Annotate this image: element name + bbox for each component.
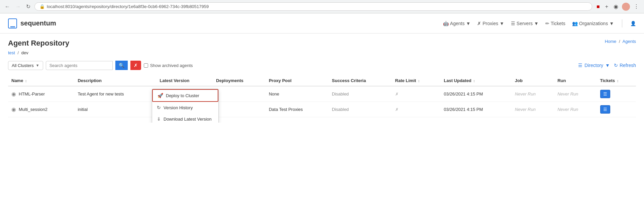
name-sort-icon[interactable]: ↕ — [25, 79, 27, 83]
col-proxy-pool: Proxy Pool — [265, 75, 329, 86]
ext-icon-3[interactable]: ◉ — [612, 3, 620, 10]
row2-run: Never Run — [554, 102, 597, 117]
breadcrumb-sep1: / — [619, 39, 620, 44]
col-name: Name ↕ — [8, 75, 74, 86]
refresh-button[interactable]: ↻ Refresh — [614, 63, 636, 68]
dropdown-deploy-item[interactable]: 🚀 Deploy to Cluster — [152, 89, 218, 102]
nav-agents[interactable]: 🤖 Agents ▼ — [443, 21, 470, 26]
row1-radio-icon: ◉ — [11, 91, 16, 97]
search-button[interactable]: 🔍 — [115, 61, 128, 70]
row2-tickets-button[interactable]: ☰ — [600, 105, 610, 114]
row1-rate-x: ✗ — [395, 92, 399, 96]
org-icon: 👥 — [572, 21, 578, 26]
row1-last-updated: 03/26/2021 4:15 PM — [440, 86, 512, 102]
row2-success-criteria: Disabled — [329, 102, 392, 117]
row2-rate-x: ✗ — [395, 107, 399, 112]
row2-radio-icon: ◉ — [11, 106, 16, 113]
browser-toolbar-right: ■ + ◉ ⋮ — [595, 3, 641, 11]
nav-organizations-label: Organizations — [579, 21, 608, 26]
menu-button[interactable]: ⋮ — [632, 3, 641, 10]
history-icon: ↻ — [157, 105, 161, 110]
deploy-icon: 🚀 — [157, 93, 163, 98]
row1-agent-name: ◉ HTML-Parser — [11, 91, 71, 97]
row2-rate-limit: ✗ — [392, 102, 441, 117]
directory-arrow: ▼ — [605, 63, 610, 68]
nav-servers-label: Servers — [517, 21, 533, 26]
row1-deployments — [213, 86, 265, 102]
directory-button[interactable]: ☰ Directory ▼ — [578, 63, 610, 68]
table-row: ◉ Multi_session2 initial 1.0.0 ☰ Data Te… — [8, 102, 636, 117]
user-avatar[interactable] — [622, 3, 630, 11]
cluster-dropdown[interactable]: All Clusters ▼ — [8, 61, 43, 70]
row2-name-cell: ◉ Multi_session2 — [8, 102, 74, 117]
col-description: Description — [74, 75, 156, 86]
row1-tickets-button[interactable]: ☰ — [600, 90, 610, 98]
logo-icon: ⎯ — [8, 18, 17, 28]
breadcrumb: Home / Agents — [605, 39, 636, 44]
app-logo: ⎯ sequentum — [8, 18, 56, 28]
search-input[interactable] — [46, 61, 113, 70]
breadcrumb-home[interactable]: Home — [605, 39, 617, 44]
nav-agents-label: Agents — [450, 21, 465, 26]
ext-icon-1[interactable]: ■ — [595, 3, 602, 10]
row2-proxy-pool: Data Test Proxies — [265, 102, 329, 117]
row2-last-updated: 03/26/2021 4:15 PM — [440, 102, 512, 117]
forward-button[interactable]: → — [14, 3, 22, 10]
breadcrumb-agents[interactable]: Agents — [623, 39, 636, 44]
col-version: Latest Version — [156, 75, 213, 86]
toolbar-right: ☰ Directory ▼ ↻ Refresh — [578, 63, 636, 68]
rate-sort-icon[interactable]: ↕ — [418, 79, 420, 83]
nav-proxies-label: Proxies — [482, 21, 498, 26]
sub-breadcrumb-test[interactable]: test — [8, 50, 15, 55]
user-icon[interactable]: 👤 — [630, 21, 636, 26]
download-icon: ⇓ — [157, 116, 161, 122]
download-label: Download Latest Version — [164, 117, 212, 122]
dropdown-history-item[interactable]: ↻ Version History — [152, 102, 218, 113]
nav-organizations[interactable]: 👥 Organizations ▼ — [572, 21, 614, 26]
cluster-arrow: ▼ — [36, 63, 39, 67]
back-button[interactable]: ← — [3, 3, 11, 10]
directory-icon: ☰ — [578, 63, 582, 68]
col-tickets: Tickets ↕ — [597, 75, 636, 86]
logo-text: sequentum — [20, 19, 56, 27]
row1-name-text: HTML-Parser — [19, 91, 45, 96]
history-label: Version History — [164, 105, 193, 110]
address-bar[interactable]: 🔒 localhost:8010/agents/repository/direc… — [34, 2, 592, 11]
col-name-text: Name — [11, 78, 23, 83]
toolbar: All Clusters ▼ 🔍 ✗ Show archived agents … — [8, 61, 636, 70]
deploy-label: Deploy to Cluster — [166, 93, 199, 98]
updated-sort-icon[interactable]: ↕ — [473, 79, 475, 83]
organizations-arrow: ▼ — [609, 21, 614, 26]
app-header: ⎯ sequentum 🤖 Agents ▼ ✗ Proxies ▼ ☰ Ser… — [0, 13, 644, 34]
col-run: Run — [554, 75, 597, 86]
col-last-updated-text: Last Updated — [444, 78, 471, 83]
row1-rate-limit: ✗ — [392, 86, 441, 102]
tickets-sort-icon[interactable]: ↕ — [617, 79, 619, 83]
table-header-row: Name ↕ Description Latest Version Deploy… — [8, 75, 636, 86]
sub-breadcrumb-dev: dev — [21, 50, 28, 55]
nav-separator — [622, 19, 622, 27]
page-title: Agent Repository — [8, 39, 69, 48]
servers-arrow: ▼ — [534, 21, 539, 26]
clear-button[interactable]: ✗ — [130, 61, 141, 70]
show-archived-label[interactable]: Show archived agents — [144, 63, 193, 68]
reload-button[interactable]: ↻ — [25, 3, 32, 10]
show-archived-checkbox[interactable] — [144, 63, 148, 68]
row2-name-text: Multi_session2 — [19, 107, 47, 112]
sub-sep: / — [18, 50, 19, 55]
col-job: Job — [512, 75, 554, 86]
browser-chrome: ← → ↻ 🔒 localhost:8010/agents/repository… — [0, 0, 644, 13]
nav-tickets[interactable]: ✏ Tickets — [545, 21, 565, 26]
nav-proxies[interactable]: ✗ Proxies ▼ — [477, 21, 504, 26]
ext-icon-2[interactable]: + — [604, 3, 610, 10]
dropdown-download-item[interactable]: ⇓ Download Latest Version — [152, 113, 218, 123]
col-rate-limit-text: Rate Limit — [395, 78, 416, 83]
toolbar-left: All Clusters ▼ 🔍 ✗ Show archived agents — [8, 61, 193, 70]
row1-run: Never Run — [554, 86, 597, 102]
row2-agent-name: ◉ Multi_session2 — [11, 106, 71, 113]
nav-servers[interactable]: ☰ Servers ▼ — [511, 21, 539, 26]
row2-deployments — [213, 102, 265, 117]
row1-tickets: ☰ — [597, 86, 636, 102]
dropdown-menu: 🚀 Deploy to Cluster ↻ Version History ⇓ … — [152, 89, 219, 123]
url-text: localhost:8010/agents/repository/directo… — [47, 4, 209, 9]
